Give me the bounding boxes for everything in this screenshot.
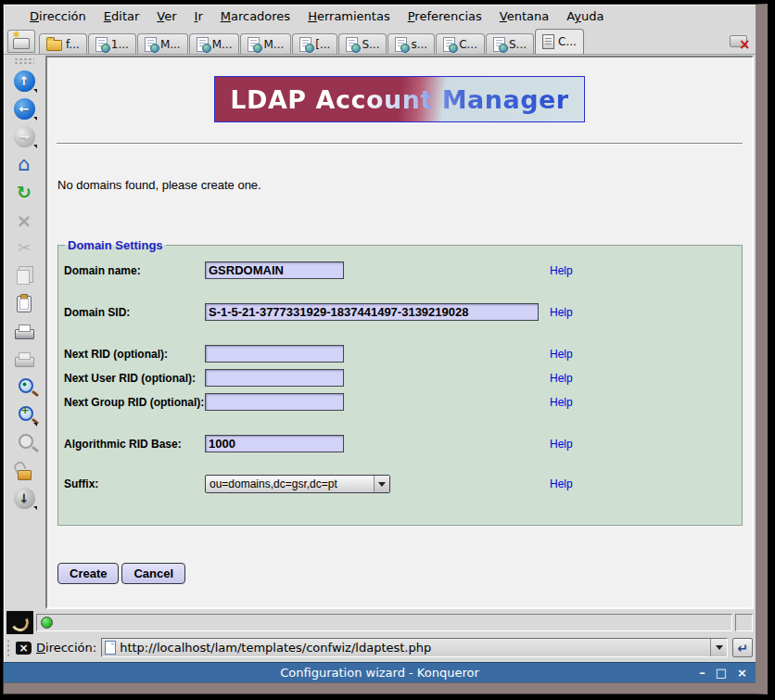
- next-group-rid-input[interactable]: [205, 393, 344, 411]
- tab-label: [...: [315, 38, 330, 51]
- menu-direccion[interactable]: Dirección: [30, 9, 86, 23]
- print-frame-button[interactable]: [10, 347, 38, 372]
- menu-herramientas[interactable]: Herramientas: [308, 9, 390, 23]
- suffix-select[interactable]: ou=domains,dc=gsr,dc=pt: [205, 475, 390, 493]
- scroll-down-button[interactable]: ↓: [10, 486, 38, 511]
- menu-ventana[interactable]: Ventana: [500, 9, 549, 23]
- tab-2[interactable]: 1...: [88, 33, 136, 54]
- security-button[interactable]: [10, 458, 38, 483]
- algorithmic-rid-base-input[interactable]: [205, 435, 344, 452]
- help-link-next-user-rid[interactable]: Help: [550, 372, 573, 385]
- folder-icon: [46, 40, 62, 51]
- window-titlebar[interactable]: Configuration wizard - Konqueror – □ ×: [4, 662, 756, 682]
- help-link-domain-name[interactable]: Help: [550, 264, 573, 277]
- menu-ayuda[interactable]: Ayuda: [566, 9, 603, 23]
- up-button[interactable]: ↑: [10, 69, 38, 94]
- create-button[interactable]: Create: [57, 563, 119, 584]
- close-tab-icon: [730, 35, 747, 47]
- stop-button[interactable]: ×: [10, 208, 38, 233]
- print-button[interactable]: [10, 319, 38, 344]
- reload-button[interactable]: ↻: [10, 180, 38, 205]
- tab-8[interactable]: s...: [388, 33, 435, 54]
- up-icon: ↑: [14, 70, 35, 92]
- find-icon: [19, 378, 33, 393]
- tab-4[interactable]: M...: [189, 33, 240, 54]
- status-led-icon: [41, 617, 53, 629]
- cut-button[interactable]: ✂: [10, 235, 38, 261]
- html-page-icon: [346, 37, 358, 52]
- dropdown-indicator: [33, 117, 37, 121]
- menu-marcadores[interactable]: Marcadores: [221, 9, 290, 23]
- help-link-suffix[interactable]: Help: [550, 477, 573, 490]
- next-group-rid-row: Next Group RID (optional): Help: [64, 393, 736, 411]
- tab-label: f...: [66, 38, 80, 51]
- cancel-button[interactable]: Cancel: [121, 563, 185, 584]
- window-frame-bottom: [4, 682, 756, 694]
- new-tab-button[interactable]: [7, 30, 35, 53]
- home-icon: ⌂: [18, 155, 30, 174]
- close-button[interactable]: ×: [737, 667, 747, 679]
- tab-bar: f... 1... M... M... M... [... S... s...: [4, 28, 756, 55]
- resize-grip[interactable]: [735, 614, 753, 631]
- menu-ver[interactable]: Ver: [157, 9, 176, 23]
- domain-sid-input[interactable]: [205, 303, 539, 321]
- tab-3[interactable]: M...: [137, 33, 188, 54]
- tab-11-active[interactable]: C...: [535, 29, 584, 54]
- maximize-button[interactable]: □: [716, 667, 727, 679]
- html-page-icon: [299, 37, 311, 52]
- tab-7[interactable]: S...: [338, 33, 387, 54]
- close-tab-button[interactable]: [724, 31, 752, 51]
- tab-5[interactable]: M...: [240, 33, 291, 54]
- toolbar-grip[interactable]: [14, 57, 34, 65]
- tab-label: M...: [263, 38, 284, 51]
- tab-6[interactable]: [...: [292, 33, 337, 54]
- tab-label: s...: [411, 38, 427, 51]
- copy-icon: [17, 270, 30, 285]
- zoom-in-button[interactable]: [10, 402, 38, 427]
- tab-9[interactable]: C...: [436, 33, 485, 54]
- stop-icon: ×: [17, 211, 32, 230]
- chevron-down-icon: [716, 645, 723, 650]
- help-link-next-group-rid[interactable]: Help: [550, 396, 573, 409]
- paste-button[interactable]: [10, 291, 38, 316]
- menu-ir[interactable]: Ir: [195, 9, 203, 23]
- url-text[interactable]: http://localhost/lam/templates/confwiz/l…: [120, 641, 706, 655]
- location-combobox[interactable]: http://localhost/lam/templates/confwiz/l…: [101, 638, 728, 657]
- html-page-icon: [248, 37, 260, 52]
- domain-name-input[interactable]: [205, 261, 344, 279]
- next-rid-input[interactable]: [205, 345, 344, 363]
- home-button[interactable]: ⌂: [10, 152, 38, 177]
- addressbar-grip[interactable]: [6, 639, 11, 657]
- help-link-next-rid[interactable]: Help: [550, 348, 573, 361]
- zoom-out-button[interactable]: [10, 430, 38, 455]
- find-button[interactable]: [10, 375, 38, 400]
- location-dropdown-button[interactable]: [710, 639, 727, 656]
- help-link-algorithmic-rid-base[interactable]: Help: [550, 438, 573, 451]
- back-button[interactable]: ←: [10, 96, 38, 121]
- menu-preferencias[interactable]: Preferencias: [408, 9, 482, 23]
- zoom-in-icon: [19, 406, 33, 421]
- horizontal-rule: [57, 143, 743, 145]
- next-user-rid-input[interactable]: [205, 369, 344, 387]
- tab-1[interactable]: f...: [39, 33, 87, 54]
- forward-button[interactable]: →: [10, 124, 38, 149]
- throbber: [6, 611, 33, 634]
- tab-label: M...: [212, 38, 233, 51]
- tab-10[interactable]: S...: [486, 33, 534, 54]
- tab-label: S...: [362, 38, 379, 51]
- tab-label: C...: [558, 35, 577, 48]
- back-icon: ←: [14, 98, 35, 120]
- next-user-rid-row: Next User RID (optional): Help: [64, 369, 736, 387]
- help-link-domain-sid[interactable]: Help: [550, 306, 573, 319]
- go-button[interactable]: ↵: [732, 638, 753, 657]
- copy-button[interactable]: [10, 263, 38, 288]
- tab-label: 1...: [111, 38, 129, 51]
- clear-location-button[interactable]: ×: [16, 642, 32, 655]
- window-title: Configuration wizard - Konqueror: [280, 666, 479, 680]
- suffix-dropdown-button[interactable]: [374, 476, 389, 492]
- minimize-button[interactable]: –: [699, 667, 705, 679]
- dropdown-indicator: [33, 89, 37, 93]
- domain-sid-row: Domain SID: Help: [64, 303, 736, 321]
- menu-editar[interactable]: Editar: [104, 9, 140, 23]
- browser-content-view: LDAP Account Manager No domains found, p…: [45, 56, 754, 609]
